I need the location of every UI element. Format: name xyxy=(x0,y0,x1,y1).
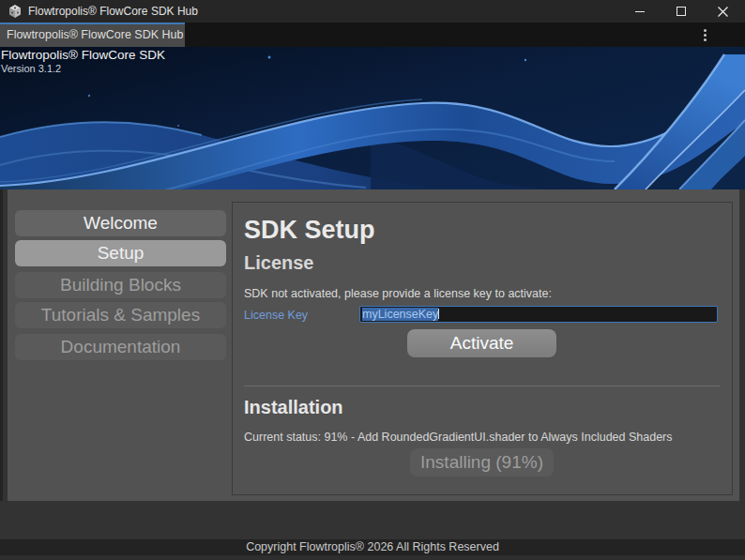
section-divider xyxy=(244,386,720,386)
close-button[interactable] xyxy=(702,0,743,23)
maximize-icon xyxy=(677,7,686,16)
tab-bar: Flowtropolis® FlowCore SDK Hub xyxy=(0,23,745,47)
close-icon xyxy=(717,6,729,18)
license-key-label: License Key xyxy=(244,309,308,322)
sidebar-item-welcome[interactable]: Welcome xyxy=(15,210,226,236)
minimize-icon xyxy=(635,11,645,12)
banner-version: Version 3.1.2 xyxy=(1,63,61,74)
license-heading: License xyxy=(244,252,313,274)
banner: Flowtropolis® FlowCore SDK Version 3.1.2 xyxy=(0,47,745,189)
page-title: SDK Setup xyxy=(244,216,375,245)
sidebar-item-building-blocks[interactable]: Building Blocks xyxy=(15,272,226,298)
installation-status: Current status: 91% - Add RoundedGradien… xyxy=(244,431,673,444)
footer: Copyright Flowtroplis® 2026 All Rights R… xyxy=(0,539,745,555)
window-title: Flowtropolis® FlowCore SDK Hub xyxy=(28,0,198,23)
app-cube-icon xyxy=(8,4,23,19)
text-caret xyxy=(438,309,439,319)
banner-wave-art xyxy=(0,47,745,189)
installation-heading: Installation xyxy=(244,397,343,418)
bottom-strip xyxy=(0,555,745,560)
main-content: Welcome Setup Building Blocks Tutorials … xyxy=(8,189,739,501)
banner-title: Flowtropolis® FlowCore SDK xyxy=(1,48,165,62)
tab-flowcore-sdk-hub[interactable]: Flowtropolis® FlowCore SDK Hub xyxy=(0,23,185,47)
license-key-input[interactable]: myLicenseKey xyxy=(359,306,718,323)
window-left-edge xyxy=(0,189,3,501)
title-bar: Flowtropolis® FlowCore SDK Hub xyxy=(0,0,745,23)
activate-button[interactable]: Activate xyxy=(407,329,556,357)
setup-panel: SDK Setup License SDK not activated, ple… xyxy=(232,202,733,495)
kebab-menu-icon[interactable] xyxy=(704,29,707,41)
sidebar-item-documentation[interactable]: Documentation xyxy=(15,334,226,360)
sidebar-item-setup[interactable]: Setup xyxy=(15,240,226,266)
installing-button: Installing (91%) xyxy=(410,448,554,477)
sidebar-item-tutorials-samples[interactable]: Tutorials & Samples xyxy=(15,302,226,328)
selected-text: myLicenseKey xyxy=(362,308,438,321)
maximize-button[interactable] xyxy=(661,0,702,23)
license-message: SDK not activated, please provide a lice… xyxy=(244,287,552,300)
minimize-button[interactable] xyxy=(619,0,661,23)
